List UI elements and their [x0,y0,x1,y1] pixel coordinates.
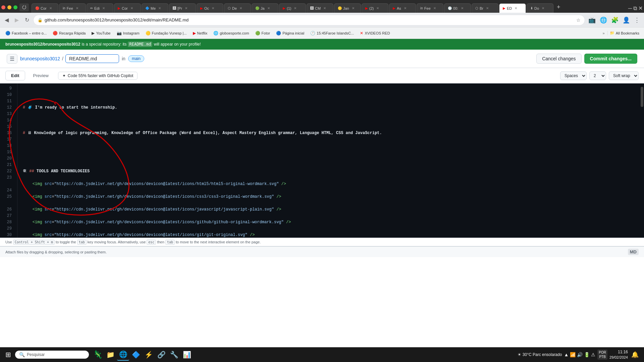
star-icon[interactable]: ☆ [576,17,581,23]
code-line-9[interactable] [23,92,640,98]
taskbar-tool-icon[interactable]: 🔗 [155,349,167,361]
notifications-icon[interactable]: 🔔 [630,350,640,359]
code-line-12[interactable]: # 🖥 Knowledge of logic programming, Know… [23,130,640,136]
code-editor-content[interactable]: # 🧳 I'm ready to start the internship. #… [17,83,640,238]
tab-1[interactable]: 🔴Cor ✕ [32,3,58,13]
code-line-17[interactable]: <img src="https://cdn.jsdelivr.net/gh/de… [23,194,640,200]
bookmark-clock[interactable]: 🕐 15:45Faroe IslandsC... [308,30,357,37]
url-bar[interactable]: 🔒 github.com/brunoesposito3012/brunoespo… [33,15,585,25]
taskbar-chrome-icon[interactable]: 🌐 [117,349,129,361]
tab-2[interactable]: inFee ✕ [59,3,86,13]
close-btn[interactable] [1,5,5,9]
taskbar-vscode-icon[interactable]: 🔷 [130,349,142,361]
tab-12[interactable]: 🟡Jan ✕ [334,3,361,13]
code-line-19[interactable]: <img src="https://cdn.jsdelivr.net/gh/de… [23,219,640,226]
spaces-select[interactable]: Spaces [560,71,587,80]
all-bookmarks[interactable]: 📁 All Bookmarks [607,31,641,35]
code-line-13[interactable] [23,143,640,149]
tab-5[interactable]: 🔷Me ✕ [142,3,168,13]
indent-select[interactable]: 2 [589,71,606,80]
translate-icon[interactable]: 🌐 [598,15,608,25]
tab-4[interactable]: ▶Cor ✕ [114,3,141,13]
bookmark-globo[interactable]: 🌐 globoesporte.com [211,30,252,37]
code-line-10[interactable]: # 🧳 I'm ready to start the internship. [23,105,640,111]
tab-19[interactable]: ⬇Do ✕ [527,3,553,13]
tab-11[interactable]: 🅰CM ✕ [307,3,333,13]
line-numbers: 9 10 11 12 13 14 15 16 17 18 19 20 21 22… [0,83,17,238]
bookmark-netflix[interactable]: ▶ Netflix [190,30,210,37]
bookmark-youtube[interactable]: ▶ YouTube [89,30,113,37]
bookmark-xvideos[interactable]: ✕ XVIDEOS RED [357,30,392,37]
code-line-11[interactable] [23,117,640,124]
forward-button[interactable]: ▶ [13,15,21,24]
copilot-button[interactable]: ✦ Code 55% faster with GitHub Copilot [58,72,138,80]
ctrl-shortcut: Control + Shift + m [13,240,55,245]
tab-9[interactable]: 🟢Ja ✕ [252,3,278,13]
start-button[interactable]: ⊞ [1,349,15,360]
tab-6[interactable]: 🅰[Pr ✕ [169,3,196,13]
tab-14[interactable]: ▶As ✕ [389,3,416,13]
bookmark-fotor[interactable]: 🟢 Fotor [253,30,273,37]
cast-icon[interactable]: 📺 [587,15,597,25]
tab-3[interactable]: ✏Edi ✕ [87,3,113,13]
close-window-button[interactable]: ✕ [638,5,643,11]
code-line-16[interactable]: <img src="https://cdn.jsdelivr.net/gh/de… [23,181,640,187]
taskbar-gecko-icon[interactable]: 🦎 [92,349,104,361]
refresh-icon[interactable] [19,3,29,11]
tab-17[interactable]: ⬡Br ✕ [472,3,498,13]
menu-icon[interactable]: ⋮ [633,15,641,25]
bookmark-vunesp[interactable]: 🟡 Fundação Vunesp |... [143,30,190,37]
new-tab-button[interactable]: + [554,4,563,11]
commit-changes-button[interactable]: Commit changes... [584,54,637,64]
preview-tab[interactable]: Preview [28,71,54,80]
repo-link[interactable]: brunoesposito3012 [20,56,60,61]
copilot-icon: ✦ [62,73,66,78]
tab-13[interactable]: ▶(2) ✕ [362,3,388,13]
edit-tab[interactable]: Edit [5,71,25,80]
svg-marker-0 [25,5,26,6]
editor-scrollbar[interactable] [640,83,644,238]
bookmark-recarga[interactable]: 🔴 Recarga Rápida [50,30,89,37]
profile-icon[interactable]: 👤 [621,15,631,25]
tray-sound-icon[interactable]: 🔊 [577,352,583,357]
filename-input[interactable] [65,54,119,63]
restore-window-button[interactable]: ⧉ [633,5,637,11]
tab-key: tab [77,240,87,245]
code-line-20[interactable]: <img src="https://cdn.jsdelivr.net/gh/de… [23,232,640,238]
code-line-18[interactable]: <img src="https://cdn.jsdelivr.net/gh/de… [23,206,640,213]
tab-10[interactable]: ▶(1) ✕ [279,3,306,13]
sidebar-toggle-button[interactable]: ☰ [7,54,17,64]
back-button[interactable]: ◀ [3,15,11,24]
softwrap-select[interactable]: Soft wrap [609,71,639,80]
bookmark-facebook[interactable]: 🔵 Facebook – entre o... [3,30,49,37]
tab-7[interactable]: ▶Oc ✕ [197,3,223,13]
tab-16[interactable]: 🕐00: ✕ [444,3,471,13]
tab-8[interactable]: ⬡De ✕ [224,3,251,13]
taskbar-folder-icon[interactable]: 📁 [104,349,116,361]
taskbar-search-box[interactable]: 🔍 Pesquisar [15,351,89,359]
facebook-icon: 🔵 [5,31,10,36]
code-line-14[interactable] [23,156,640,162]
taskbar-extra-icon1[interactable]: 🔧 [168,349,180,361]
max-btn[interactable] [13,5,17,9]
extensions-icon[interactable]: 🧩 [610,15,620,25]
tab-18-active[interactable]: ▶ED ✕ [499,3,526,13]
min-btn[interactable] [7,5,11,9]
tab-15[interactable]: inFee ✕ [417,3,443,13]
taskbar-sourcetree-icon[interactable]: ⚡ [143,349,155,361]
bookmark-pagina[interactable]: 🔵 Página inicial [273,30,307,37]
minimize-window-button[interactable]: ─ [628,5,632,11]
weather-icon: ☀ [518,352,521,357]
language-indicator[interactable]: POR PTB [597,350,607,360]
bookmark-instagram[interactable]: 📷 Instagram [114,30,142,37]
tray-network-icon[interactable]: 📶 [570,352,576,357]
cancel-changes-button[interactable]: Cancel changes [536,54,581,64]
system-clock[interactable]: 11:16 29/02/2024 [609,349,628,360]
tray-battery-icon[interactable]: 🔋 [584,352,590,357]
taskbar-extra-icon2[interactable]: 📊 [181,349,193,361]
bookmarks-more-button[interactable]: » [601,30,607,36]
tray-up-icon[interactable]: ▲ [564,352,569,357]
code-line-15[interactable]: 🛠 ## TOOLS AND TECHNOLOGIES [23,168,640,175]
reload-button[interactable]: ↻ [23,15,31,24]
breadcrumb: brunoesposito3012 / [20,54,119,63]
